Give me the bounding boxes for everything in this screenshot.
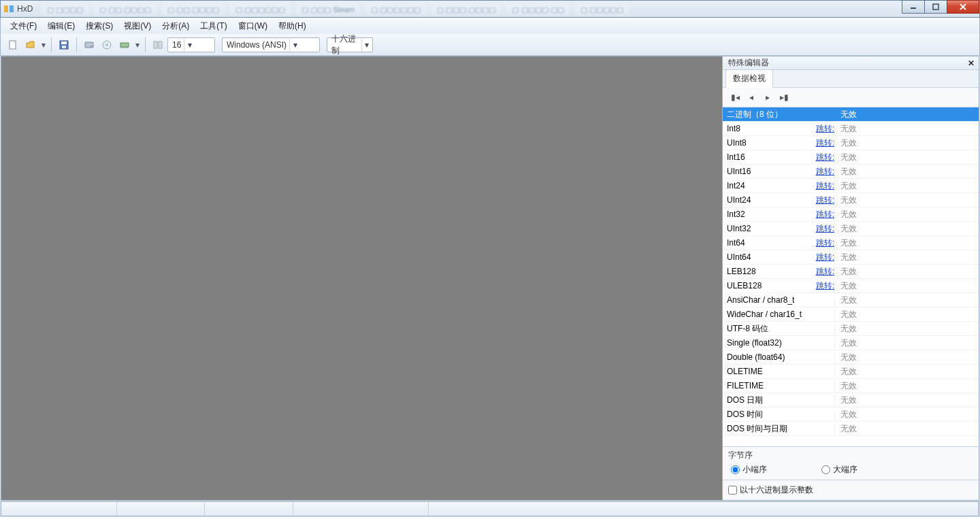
value-cell: 无效: [834, 395, 979, 406]
table-row[interactable]: Int32跳转:无效: [723, 207, 979, 222]
jump-link[interactable]: 跳转:: [816, 195, 834, 205]
background-tabs: ▢ ▢▢▢▢▢ ▢▢ ▢▢▢▢▢ ▢▢ ▢▢▢▢▢ ▢▢▢▢▢▢▢ ▢▢▢ St…: [42, 1, 843, 18]
jump-cell: 跳转:: [810, 280, 834, 292]
table-row[interactable]: Int16跳转:无效: [723, 150, 979, 165]
hex-int-checkbox[interactable]: [728, 486, 737, 495]
toolbar-separator: [51, 37, 52, 52]
table-row[interactable]: UInt32跳转:无效: [723, 222, 979, 236]
jump-link[interactable]: 跳转:: [816, 252, 834, 262]
value-cell: 无效: [834, 337, 979, 349]
jump-link[interactable]: 跳转:: [816, 224, 834, 233]
table-row[interactable]: OLETIME无效: [723, 365, 979, 379]
app-icon: [3, 3, 14, 14]
little-endian-radio[interactable]: 小端序: [731, 464, 767, 476]
jump-cell: 跳转:: [810, 137, 834, 149]
type-name: DOS 时间与日期: [723, 423, 810, 435]
svg-rect-19: [154, 41, 157, 48]
ram-dropdown-icon[interactable]: ▾: [134, 40, 141, 50]
table-row[interactable]: Double (float64)无效: [723, 350, 979, 365]
nav-first-icon[interactable]: ▮◂: [730, 93, 740, 102]
menu-file[interactable]: 文件(F): [5, 18, 42, 34]
value-cell: 无效: [834, 109, 979, 120]
jump-link[interactable]: 跳转:: [816, 238, 834, 248]
value-cell: 无效: [834, 252, 979, 263]
table-row[interactable]: Int8跳转:无效: [723, 122, 979, 136]
big-endian-input[interactable]: [821, 465, 830, 474]
jump-link[interactable]: 跳转:: [816, 210, 834, 219]
table-row[interactable]: AnsiChar / char8_t无效: [723, 293, 979, 307]
nav-last-icon[interactable]: ▸▮: [779, 93, 789, 102]
menu-search[interactable]: 搜索(S): [80, 18, 118, 34]
chevron-down-icon: ▾: [184, 39, 195, 51]
table-row[interactable]: DOS 日期无效: [723, 393, 979, 407]
table-row[interactable]: WideChar / char16_t无效: [723, 307, 979, 322]
menu-analysis[interactable]: 分析(A): [157, 18, 195, 34]
table-row[interactable]: Int24跳转:无效: [723, 179, 979, 193]
status-cell: [429, 502, 979, 516]
svg-rect-0: [4, 5, 8, 12]
menu-help[interactable]: 帮助(H): [273, 18, 312, 34]
table-row[interactable]: Single (float32)无效: [723, 336, 979, 350]
value-cell: 无效: [834, 380, 979, 392]
table-row[interactable]: DOS 时间无效: [723, 407, 979, 422]
hex-editor-area[interactable]: [1, 56, 723, 500]
jump-cell: 跳转:: [810, 252, 834, 263]
table-row[interactable]: Int64跳转:无效: [723, 236, 979, 250]
value-cell: 无效: [834, 266, 979, 278]
nav-next-icon[interactable]: ▸: [762, 93, 773, 102]
toggle-readonly-button[interactable]: [150, 37, 166, 53]
jump-link[interactable]: 跳转:: [816, 167, 834, 176]
value-cell: 无效: [834, 352, 979, 363]
maximize-button[interactable]: [924, 0, 947, 14]
menu-edit[interactable]: 编辑(E): [42, 18, 80, 34]
type-name: AnsiChar / char8_t: [723, 295, 810, 305]
table-row[interactable]: DOS 时间与日期无效: [723, 422, 979, 436]
open-file-button[interactable]: [22, 37, 39, 53]
minimize-button[interactable]: [902, 0, 925, 14]
open-disk-button[interactable]: [81, 37, 97, 53]
menu-tools[interactable]: 工具(T): [195, 18, 232, 34]
encoding-combo[interactable]: Windows (ANSI) ▾: [222, 37, 320, 52]
data-inspector-table[interactable]: 二进制（8 位）无效Int8跳转:无效UInt8跳转:无效Int16跳转:无效U…: [723, 107, 979, 447]
jump-link[interactable]: 跳转:: [816, 152, 834, 162]
table-row[interactable]: UInt24跳转:无效: [723, 193, 979, 207]
menu-view[interactable]: 视图(V): [118, 18, 157, 34]
panel-close-button[interactable]: ✕: [966, 59, 976, 68]
table-row[interactable]: UTF-8 码位无效: [723, 322, 979, 336]
jump-link[interactable]: 跳转:: [816, 138, 834, 148]
save-button[interactable]: [56, 37, 72, 53]
table-row[interactable]: FILETIME无效: [723, 379, 979, 393]
radix-combo[interactable]: 十六进制 ▾: [327, 37, 373, 52]
jump-link[interactable]: 跳转:: [816, 124, 834, 133]
panel-title: 特殊编辑器: [728, 57, 769, 69]
value-cell: 无效: [834, 180, 979, 192]
open-ram-button[interactable]: [116, 37, 133, 53]
little-endian-input[interactable]: [731, 465, 740, 474]
status-cell: [205, 502, 293, 516]
table-row[interactable]: LEB128跳转:无效: [723, 265, 979, 279]
hex-int-label: 以十六进制显示整数: [740, 484, 813, 496]
jump-link[interactable]: 跳转:: [816, 181, 834, 190]
open-dropdown-icon[interactable]: ▾: [40, 40, 47, 50]
value-cell: 无效: [834, 166, 979, 178]
table-row[interactable]: 二进制（8 位）无效: [723, 107, 979, 122]
new-file-button[interactable]: [5, 37, 21, 53]
jump-link[interactable]: 跳转:: [816, 267, 834, 276]
hex-int-row: 以十六进制显示整数: [723, 480, 979, 500]
big-endian-radio[interactable]: 大端序: [821, 464, 858, 476]
jump-link[interactable]: 跳转:: [816, 281, 834, 290]
table-row[interactable]: ULEB128跳转:无效: [723, 279, 979, 293]
nav-prev-icon[interactable]: ◂: [746, 93, 757, 102]
table-row[interactable]: UInt64跳转:无效: [723, 250, 979, 265]
open-disc-button[interactable]: [99, 37, 115, 53]
bytes-per-row-combo[interactable]: 16 ▾: [167, 37, 215, 52]
svg-rect-9: [62, 46, 66, 48]
menu-window[interactable]: 窗口(W): [233, 18, 273, 34]
tab-data-inspector[interactable]: 数据检视: [725, 69, 773, 88]
bytes-per-row-value: 16: [172, 40, 181, 50]
table-row[interactable]: UInt16跳转:无效: [723, 165, 979, 179]
type-name: 二进制（8 位）: [723, 109, 810, 120]
value-cell: 无效: [834, 323, 979, 335]
close-button[interactable]: [947, 0, 979, 14]
table-row[interactable]: UInt8跳转:无效: [723, 136, 979, 150]
